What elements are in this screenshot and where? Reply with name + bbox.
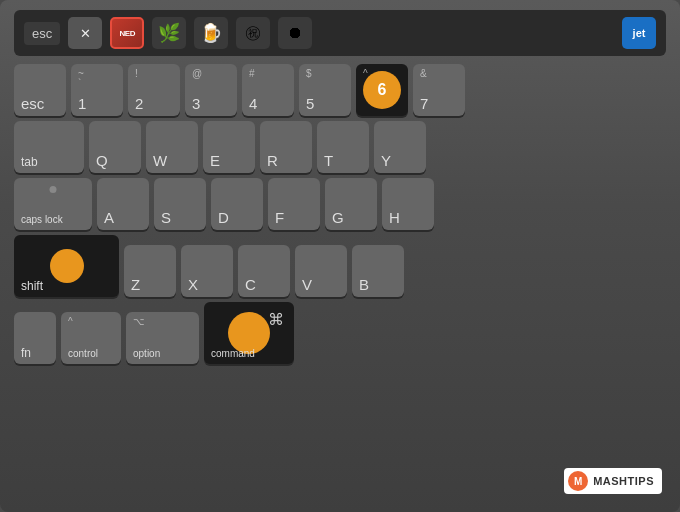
- key-caps-lock[interactable]: caps lock: [14, 178, 92, 230]
- key-command[interactable]: ⌘ command: [204, 302, 294, 364]
- key-esc[interactable]: esc: [14, 64, 66, 116]
- touch-bar: esc ✕ NED 🌿 🍺 ㊗ ⏺ jet: [14, 10, 666, 56]
- key-option[interactable]: ⌥ option: [126, 312, 199, 364]
- key-4[interactable]: # 4: [242, 64, 294, 116]
- key-t[interactable]: T: [317, 121, 369, 173]
- tb-leaf-icon[interactable]: 🌿: [152, 17, 186, 49]
- shift-dot-indicator: [50, 249, 84, 283]
- key-2[interactable]: ! 2: [128, 64, 180, 116]
- key-control[interactable]: ^ control: [61, 312, 121, 364]
- key-shift-left[interactable]: shift: [14, 235, 119, 297]
- key-d[interactable]: D: [211, 178, 263, 230]
- tb-jet-icon[interactable]: jet: [622, 17, 656, 49]
- key-g[interactable]: G: [325, 178, 377, 230]
- key-6-dot: 6: [363, 71, 401, 109]
- tb-beer-icon[interactable]: 🍺: [194, 17, 228, 49]
- zxcv-row: shift Z X C V B: [14, 235, 666, 297]
- key-b[interactable]: B: [352, 245, 404, 297]
- keyboard-rows: esc ~` 1 ! 2 @ 3 # 4 $ 5 ^: [14, 64, 666, 364]
- number-row: esc ~` 1 ! 2 @ 3 # 4 $ 5 ^: [14, 64, 666, 116]
- key-s[interactable]: S: [154, 178, 206, 230]
- qwerty-row: tab Q W E R T Y: [14, 121, 666, 173]
- watermark-text: MASHTIPS: [593, 475, 654, 487]
- bottom-row: fn ^ control ⌥ option ⌘ command: [14, 302, 666, 364]
- tb-ned-icon[interactable]: NED: [110, 17, 144, 49]
- keyboard-container: esc ✕ NED 🌿 🍺 ㊗ ⏺ jet esc ~` 1 ! 2 @ 3: [0, 0, 680, 512]
- key-w[interactable]: W: [146, 121, 198, 173]
- key-3[interactable]: @ 3: [185, 64, 237, 116]
- key-6[interactable]: ^ 6: [356, 64, 408, 116]
- key-e[interactable]: E: [203, 121, 255, 173]
- key-h[interactable]: H: [382, 178, 434, 230]
- caps-lock-indicator: [50, 186, 57, 193]
- watermark-icon: M: [568, 471, 588, 491]
- key-q[interactable]: Q: [89, 121, 141, 173]
- key-c[interactable]: C: [238, 245, 290, 297]
- tb-close-icon[interactable]: ✕: [68, 17, 102, 49]
- key-x[interactable]: X: [181, 245, 233, 297]
- key-a[interactable]: A: [97, 178, 149, 230]
- key-tab[interactable]: tab: [14, 121, 84, 173]
- key-fn[interactable]: fn: [14, 312, 56, 364]
- watermark: M MASHTIPS: [564, 468, 662, 494]
- key-v[interactable]: V: [295, 245, 347, 297]
- tb-swirl-icon[interactable]: ㊗: [236, 17, 270, 49]
- key-y[interactable]: Y: [374, 121, 426, 173]
- key-f[interactable]: F: [268, 178, 320, 230]
- asdf-row: caps lock A S D F G H: [14, 178, 666, 230]
- key-5[interactable]: $ 5: [299, 64, 351, 116]
- tb-rec-icon[interactable]: ⏺: [278, 17, 312, 49]
- key-7[interactable]: & 7: [413, 64, 465, 116]
- key-z[interactable]: Z: [124, 245, 176, 297]
- key-1[interactable]: ~` 1: [71, 64, 123, 116]
- key-r[interactable]: R: [260, 121, 312, 173]
- tb-esc-key[interactable]: esc: [24, 22, 60, 45]
